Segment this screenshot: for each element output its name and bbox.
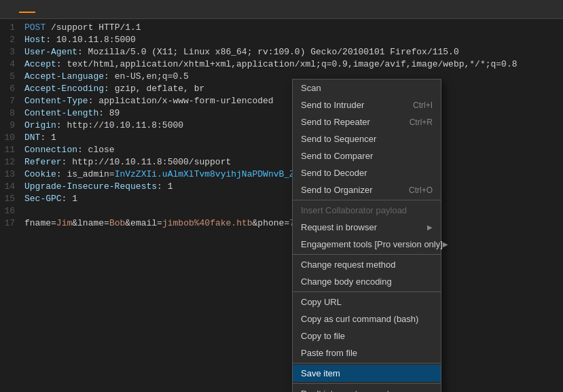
menu-separator	[293, 383, 441, 384]
code-line: Content-Type: application/x-www-form-url…	[24, 95, 558, 107]
code-line: Cookie: is_admin=InVzZXIi.uAlmXlTvm8vyih…	[24, 168, 558, 181]
menu-item-change-body-encoding[interactable]: Change body encoding	[293, 273, 441, 290]
menu-separator	[293, 254, 441, 255]
line-number: 10	[4, 132, 15, 144]
line-number: 17	[4, 217, 15, 230]
menu-item-label: Engagement tools [Pro version only]	[301, 239, 443, 249]
menu-item-dont-intercept[interactable]: Don't intercept requests▶	[293, 385, 441, 392]
line-number: 11	[4, 144, 15, 156]
code-line	[24, 205, 558, 217]
menu-item-shortcut: Ctrl+I	[413, 101, 433, 110]
line-number: 13	[4, 168, 15, 181]
line-number: 4	[4, 58, 15, 71]
line-number: 16	[4, 205, 15, 217]
menu-item-send-to-intruder[interactable]: Send to IntruderCtrl+I	[293, 96, 441, 113]
menu-item-copy-to-file[interactable]: Copy to file	[293, 327, 441, 344]
code-line: Upgrade-Insecure-Requests: 1	[24, 181, 558, 193]
menu-item-label: Send to Decoder	[301, 168, 367, 178]
menu-item-copy-as-curl[interactable]: Copy as curl command (bash)	[293, 310, 441, 327]
code-line: Accept: text/html,application/xhtml+xml,…	[24, 58, 558, 71]
menu-item-arrow: ▶	[427, 224, 433, 231]
line-number: 12	[4, 156, 15, 168]
menu-item-label: Change body encoding	[301, 277, 392, 287]
menu-item-engagement-tools[interactable]: Engagement tools [Pro version only]▶	[293, 236, 441, 253]
menu-item-label: Copy to file	[301, 331, 345, 341]
menu-item-send-to-comparer[interactable]: Send to Comparer	[293, 147, 441, 164]
code-line: Referer: http://10.10.11.8:5000/support	[24, 156, 558, 168]
code-line: Content-Length: 89	[24, 107, 558, 120]
line-number: 7	[4, 95, 15, 107]
menu-item-paste-from-file[interactable]: Paste from file	[293, 344, 441, 361]
menu-item-label: Send to Sequencer	[301, 134, 376, 144]
menu-item-send-to-decoder[interactable]: Send to Decoder	[293, 164, 441, 181]
line-number: 8	[4, 107, 15, 120]
menu-item-label: Paste from file	[301, 348, 357, 358]
menu-item-label: Change request method	[301, 260, 395, 270]
code-line: Accept-Language: en-US,en;q=0.5	[24, 71, 558, 83]
tab-raw[interactable]	[19, 6, 35, 13]
tab-hex[interactable]	[35, 6, 52, 13]
line-number: 9	[4, 120, 15, 132]
menu-separator	[293, 200, 441, 200]
line-number: 14	[4, 181, 15, 193]
menu-item-change-request-method[interactable]: Change request method	[293, 256, 441, 273]
code-line: DNT: 1	[24, 132, 558, 144]
menu-item-label: Scan	[301, 83, 321, 93]
code-area: 1234567891011121314151617 POST /support …	[0, 19, 563, 392]
code-line: fname=Jim&lname=Bob&email=jimbob%40fake.…	[24, 217, 558, 230]
menu-item-request-in-browser[interactable]: Request in browser▶	[293, 219, 441, 236]
menu-item-label: Send to Comparer	[301, 151, 373, 161]
line-number: 3	[4, 46, 15, 58]
menu-item-label: Request in browser	[301, 222, 377, 232]
line-number: 5	[4, 71, 15, 83]
menu-item-save-item[interactable]: Save item	[293, 365, 441, 382]
menu-item-send-to-sequencer[interactable]: Send to Sequencer	[293, 130, 441, 147]
tab-bar	[0, 0, 563, 19]
code-content[interactable]: POST /support HTTP/1.1Host: 10.10.11.8:5…	[19, 19, 563, 392]
menu-item-insert-collaborator: Insert Collaborator payload	[293, 202, 441, 219]
code-line: Accept-Encoding: gzip, deflate, br	[24, 83, 558, 95]
menu-separator	[293, 291, 441, 292]
menu-item-shortcut: Ctrl+O	[409, 185, 433, 195]
menu-item-label: Send to Intruder	[301, 100, 364, 110]
line-number: 6	[4, 83, 15, 95]
menu-item-copy-url[interactable]: Copy URL	[293, 293, 441, 310]
menu-item-label: Insert Collaborator payload	[301, 205, 407, 215]
line-number: 1	[4, 22, 15, 34]
context-menu: ScanSend to IntruderCtrl+ISend to Repeat…	[292, 79, 441, 392]
menu-item-label: Send to Organizer	[301, 185, 373, 195]
menu-item-label: Copy URL	[301, 297, 342, 307]
code-line: Sec-GPC: 1	[24, 193, 558, 205]
code-line: User-Agent: Mozilla/5.0 (X11; Linux x86_…	[24, 46, 558, 58]
line-number: 2	[4, 34, 15, 46]
code-line: Host: 10.10.11.8:5000	[24, 34, 558, 46]
menu-item-send-to-repeater[interactable]: Send to RepeaterCtrl+R	[293, 113, 441, 130]
menu-item-label: Copy as curl command (bash)	[301, 314, 418, 324]
menu-item-arrow: ▶	[443, 240, 448, 248]
code-line: Connection: close	[24, 144, 558, 156]
code-line: POST /support HTTP/1.1	[24, 22, 558, 34]
code-line: Origin: http://10.10.11.8:5000	[24, 120, 558, 132]
menu-item-label: Send to Repeater	[301, 117, 370, 127]
line-number: 15	[4, 193, 15, 205]
tab-pretty[interactable]	[3, 6, 19, 13]
menu-separator	[293, 363, 441, 363]
menu-item-scan[interactable]: Scan	[293, 79, 441, 96]
menu-item-label: Save item	[301, 368, 340, 378]
menu-item-label: Don't intercept requests	[301, 389, 394, 392]
menu-item-send-to-organizer[interactable]: Send to OrganizerCtrl+O	[293, 181, 441, 198]
line-numbers: 1234567891011121314151617	[0, 19, 19, 392]
menu-item-shortcut: Ctrl+R	[410, 118, 433, 127]
